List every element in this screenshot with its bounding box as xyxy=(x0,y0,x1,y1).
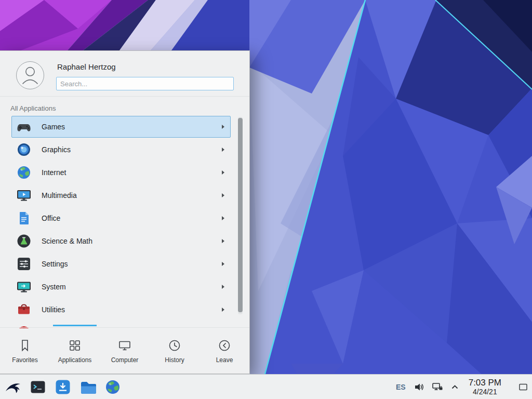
scrollbar[interactable] xyxy=(238,117,243,314)
tab-label: Applications xyxy=(58,356,92,364)
desktop: Raphael Hertzog All Applications Games xyxy=(0,0,532,399)
tab-label: History xyxy=(165,356,184,364)
multimedia-icon xyxy=(16,188,32,203)
active-tab-indicator xyxy=(53,325,97,326)
scrollbar-thumb[interactable] xyxy=(238,118,243,312)
section-label: All Applications xyxy=(10,104,56,112)
category-label: Graphics xyxy=(42,145,71,154)
utilities-icon xyxy=(16,302,32,317)
app-launcher-button[interactable] xyxy=(4,378,22,396)
category-internet[interactable]: Internet xyxy=(11,162,231,183)
terminal-icon[interactable] xyxy=(29,378,47,396)
tab-favorites[interactable]: Favorites xyxy=(0,328,50,374)
category-label: Internet xyxy=(42,168,66,177)
tab-applications[interactable]: Applications xyxy=(50,328,100,374)
category-multimedia[interactable]: Multimedia xyxy=(11,184,231,206)
system-icon xyxy=(16,279,32,295)
category-label: Games xyxy=(42,123,65,131)
user-icon xyxy=(17,61,44,89)
volume-icon[interactable] xyxy=(414,382,424,392)
tab-leave[interactable]: Leave xyxy=(200,328,249,374)
tab-history[interactable]: History xyxy=(150,328,200,374)
chevron-right-icon xyxy=(222,262,224,266)
system-tray: ES xyxy=(396,376,532,398)
search-input[interactable] xyxy=(56,77,234,90)
office-icon xyxy=(16,210,32,226)
tab-label: Leave xyxy=(216,356,233,364)
expand-tray-icon[interactable] xyxy=(451,384,459,390)
clock-date: 4/24/21 xyxy=(469,388,501,396)
category-label: Settings xyxy=(42,260,68,268)
settings-icon xyxy=(16,256,32,272)
clock[interactable]: 7:03 PM 4/24/21 xyxy=(469,378,501,396)
clock-time: 7:03 PM xyxy=(469,378,501,388)
leave-icon xyxy=(217,338,232,353)
tab-label: Favorites xyxy=(12,356,37,364)
chevron-right-icon xyxy=(222,193,224,197)
show-desktop-button[interactable] xyxy=(516,376,530,398)
tab-label: Computer xyxy=(111,356,139,364)
software-center-icon[interactable] xyxy=(54,378,72,396)
category-label: Utilities xyxy=(42,305,65,314)
chevron-right-icon xyxy=(222,170,224,175)
chevron-right-icon xyxy=(222,216,224,220)
launcher-footer: Favorites Applications xyxy=(0,327,249,374)
graphics-icon xyxy=(16,142,32,157)
chevron-right-icon xyxy=(222,285,224,289)
network-icon[interactable] xyxy=(432,382,443,392)
favorites-icon xyxy=(18,338,32,353)
user-name: Raphael Hertzog xyxy=(57,62,116,71)
chevron-right-icon xyxy=(222,148,224,152)
keyboard-layout-indicator[interactable]: ES xyxy=(396,383,406,391)
applications-icon xyxy=(68,338,82,353)
category-label: Science & Math xyxy=(42,237,92,245)
file-manager-icon[interactable] xyxy=(79,378,97,396)
category-label: System xyxy=(42,283,66,291)
category-office[interactable]: Office xyxy=(11,207,231,229)
computer-icon xyxy=(117,338,132,353)
taskbar-left xyxy=(0,378,122,396)
category-settings[interactable]: Settings xyxy=(11,253,231,275)
category-label: Office xyxy=(42,214,60,222)
app-launcher-icon xyxy=(5,379,21,395)
avatar xyxy=(16,61,44,89)
category-science[interactable]: Science & Math xyxy=(11,230,231,252)
category-system[interactable]: System xyxy=(11,276,231,298)
internet-icon xyxy=(16,165,32,180)
chevron-right-icon xyxy=(222,308,224,312)
chevron-right-icon xyxy=(222,239,224,243)
category-label: Multimedia xyxy=(42,191,77,200)
browser-icon[interactable] xyxy=(104,378,122,396)
category-utilities[interactable]: Utilities xyxy=(11,299,231,321)
science-icon xyxy=(16,233,32,249)
history-icon xyxy=(167,338,182,353)
show-desktop-icon xyxy=(518,383,528,391)
games-icon xyxy=(16,119,32,135)
chevron-right-icon xyxy=(222,125,224,129)
category-list: Games Graphics xyxy=(0,116,238,328)
application-launcher: Raphael Hertzog All Applications Games xyxy=(0,50,250,374)
launcher-header: Raphael Hertzog xyxy=(0,51,249,97)
category-graphics[interactable]: Graphics xyxy=(11,139,231,161)
tab-computer[interactable]: Computer xyxy=(100,328,150,374)
category-games[interactable]: Games xyxy=(11,116,231,138)
taskbar: ES xyxy=(0,374,532,399)
